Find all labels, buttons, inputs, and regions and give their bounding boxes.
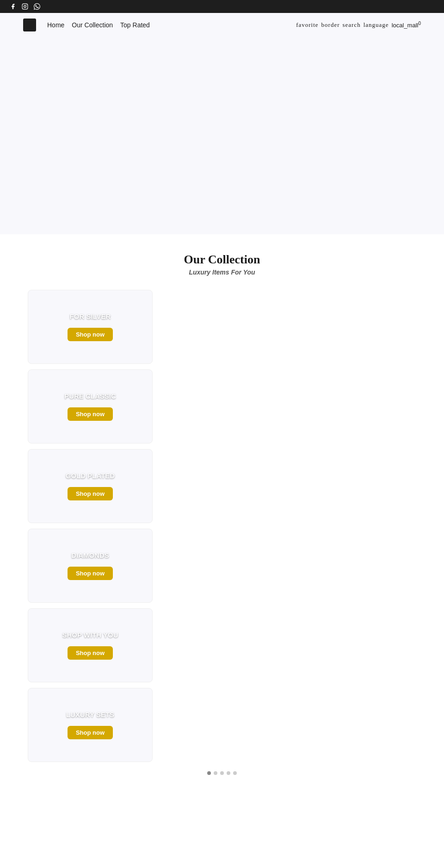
card-gold-plated: GOLD PLATED Shop now — [28, 449, 153, 523]
nav-left: Home Our Collection Top Rated — [23, 19, 150, 31]
shop-now-button-0[interactable]: Shop now — [68, 328, 113, 341]
nav-links: Home Our Collection Top Rated — [47, 21, 150, 29]
cart-count: 0 — [418, 21, 421, 26]
shop-now-button-1[interactable]: Shop now — [68, 407, 113, 421]
hero-section — [0, 35, 444, 234]
svg-point-1 — [24, 6, 26, 8]
card-shop-with-you-title: SHOP WITH YOU — [62, 631, 118, 639]
dot-5[interactable] — [233, 771, 237, 775]
pagination-dots — [23, 762, 421, 780]
dot-2[interactable] — [214, 771, 217, 775]
dot-3[interactable] — [220, 771, 224, 775]
nav-header: Home Our Collection Top Rated favorite b… — [0, 13, 444, 35]
top-bar — [0, 0, 444, 13]
svg-point-2 — [26, 5, 27, 5]
card-luxury-sets-title: LUXURY SETS — [66, 711, 114, 718]
favorite-icon[interactable]: favorite — [296, 21, 318, 29]
nav-item-collection[interactable]: Our Collection — [72, 21, 113, 29]
facebook-icon[interactable] — [9, 3, 17, 10]
shop-now-button-5[interactable]: Shop now — [68, 726, 113, 739]
card-pure-classic-title: PURE CLASSIC — [64, 392, 116, 400]
collection-header: Our Collection Luxury Items For You — [23, 253, 421, 276]
card-for-silver: FOR SILVER Shop now — [28, 290, 153, 364]
collection-section: Our Collection Luxury Items For You FOR … — [0, 234, 444, 793]
language-icon[interactable]: language — [364, 21, 389, 29]
instagram-icon[interactable] — [21, 3, 29, 10]
shop-now-button-2[interactable]: Shop now — [68, 487, 113, 500]
nav-home-link[interactable]: Home — [47, 21, 64, 29]
whatsapp-icon[interactable] — [33, 3, 41, 10]
nav-item-toprated[interactable]: Top Rated — [120, 21, 150, 29]
collection-title: Our Collection — [23, 253, 421, 267]
shop-now-button-3[interactable]: Shop now — [68, 567, 113, 580]
card-diamonds: DIAMONDS Shop now — [28, 529, 153, 603]
collection-subtitle: Luxury Items For You — [23, 269, 421, 276]
card-pure-classic: PURE CLASSIC Shop now — [28, 369, 153, 443]
nav-collection-link[interactable]: Our Collection — [72, 21, 113, 29]
logo — [23, 19, 36, 31]
logo-icon — [23, 19, 36, 31]
dot-1[interactable] — [207, 771, 211, 775]
cart-label: local_mall — [392, 22, 419, 29]
card-luxury-sets: LUXURY SETS Shop now — [28, 688, 153, 762]
nav-right: favorite border search language local_ma… — [296, 21, 421, 29]
nav-item-home[interactable]: Home — [47, 21, 64, 29]
card-for-silver-title: FOR SILVER — [70, 312, 111, 320]
social-icons — [9, 3, 41, 10]
card-shop-with-you: SHOP WITH YOU Shop now — [28, 608, 153, 682]
border-icon[interactable]: border — [321, 21, 340, 29]
nav-toprated-link[interactable]: Top Rated — [120, 21, 150, 29]
svg-rect-0 — [22, 4, 28, 9]
card-gold-plated-title: GOLD PLATED — [66, 472, 115, 480]
card-diamonds-title: DIAMONDS — [71, 551, 109, 559]
cart-icon[interactable]: local_mall0 — [392, 21, 421, 29]
shop-now-button-4[interactable]: Shop now — [68, 646, 113, 660]
collection-cards: FOR SILVER Shop now PURE CLASSIC Shop no… — [23, 290, 421, 762]
dot-4[interactable] — [227, 771, 230, 775]
search-icon[interactable]: search — [343, 21, 361, 29]
